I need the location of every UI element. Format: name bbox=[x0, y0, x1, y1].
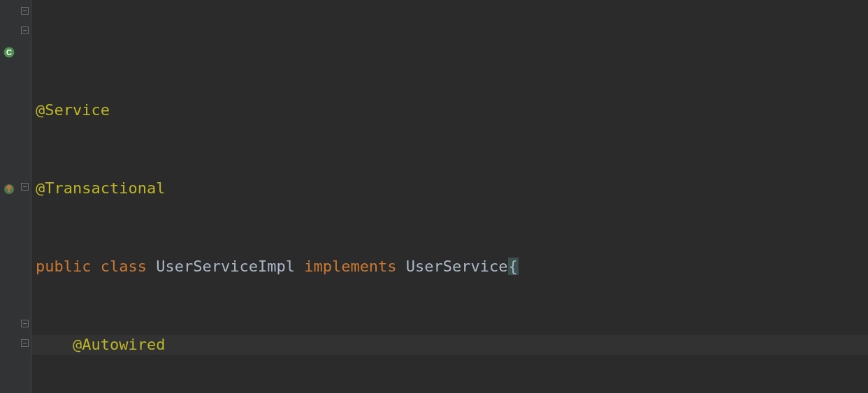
class-gutter-icon[interactable]: C bbox=[3, 45, 15, 57]
keyword: public bbox=[36, 258, 91, 275]
fold-toggle[interactable]: − bbox=[21, 27, 29, 34]
code-line[interactable]: @Service bbox=[36, 101, 868, 120]
brace: { bbox=[508, 258, 519, 275]
code-line[interactable]: @Autowired bbox=[36, 335, 868, 355]
keyword: class bbox=[101, 258, 147, 275]
code-area[interactable]: @Service @Transactional public class Use… bbox=[31, 0, 868, 393]
fold-toggle[interactable]: − bbox=[21, 183, 29, 191]
annotation: @Transactional bbox=[36, 179, 165, 197]
interface-name: UserService bbox=[406, 258, 508, 275]
fold-toggle[interactable]: − bbox=[21, 320, 29, 327]
svg-text:C: C bbox=[6, 48, 12, 57]
fold-toggle[interactable]: − bbox=[21, 339, 29, 347]
annotation: @Autowired bbox=[73, 336, 165, 353]
fold-column: − − − − − bbox=[20, 0, 31, 393]
code-line[interactable]: public class UserServiceImpl implements … bbox=[36, 257, 868, 276]
fold-toggle[interactable]: − bbox=[21, 7, 29, 15]
annotation: @Service bbox=[36, 101, 110, 119]
override-gutter-icon[interactable] bbox=[3, 181, 15, 194]
code-editor[interactable]: C − − − − − @Service @Transactional publ… bbox=[0, 0, 868, 393]
code-line[interactable]: @Transactional bbox=[36, 179, 868, 198]
gutter: C bbox=[0, 0, 20, 393]
class-name: UserServiceImpl bbox=[156, 258, 295, 275]
keyword: implements bbox=[304, 258, 396, 275]
